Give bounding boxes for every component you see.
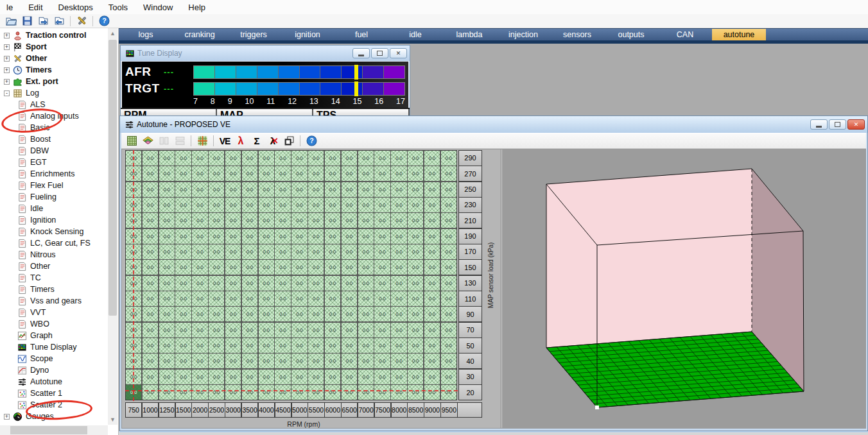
ve-cell[interactable]: 0.0	[325, 323, 340, 337]
ve-cell[interactable]: 0.0	[192, 244, 207, 259]
ve-cell[interactable]: 0.0	[259, 213, 274, 228]
ve-cell[interactable]: 0.0	[209, 151, 224, 166]
ve-cell[interactable]: 0.0	[291, 151, 307, 166]
save-config-button[interactable]	[52, 15, 66, 28]
ve-cell[interactable]: 0.0	[126, 166, 141, 181]
ve-cell[interactable]: 0.0	[342, 276, 357, 291]
ve-cell[interactable]: 0.0	[242, 354, 257, 368]
sidebar-item-lc-gear-cut-fs[interactable]: LC, Gear cut, FS	[0, 237, 108, 249]
ve-cell[interactable]: 0.0	[275, 385, 290, 400]
ve-cell[interactable]: 0.0	[391, 213, 406, 228]
ve-cell[interactable]: 0.0	[424, 276, 440, 291]
tab-idle[interactable]: idle	[388, 29, 442, 40]
menu-item-edit[interactable]: Edit	[28, 3, 42, 12]
ve-cell[interactable]: 0.0	[275, 166, 290, 181]
collapse-icon[interactable]: -	[4, 90, 10, 96]
ve-cell[interactable]: 0.0	[259, 276, 274, 291]
expand-icon[interactable]: +	[4, 79, 10, 85]
ve-cell[interactable]: 0.0	[126, 260, 141, 275]
sidebar-item-boost[interactable]: Boost	[0, 133, 108, 145]
lambda-button[interactable]: λ	[234, 134, 248, 148]
ve-cell[interactable]: 0.0	[259, 244, 274, 259]
ve-cell[interactable]: 0.0	[159, 166, 175, 181]
ve-cell[interactable]: 0.0	[391, 338, 406, 353]
ve-cell[interactable]: 0.0	[441, 354, 456, 368]
ve-cell[interactable]: 0.0	[441, 151, 456, 166]
menu-item-le[interactable]: le	[6, 3, 13, 12]
ve-cell[interactable]: 0.0	[358, 307, 374, 321]
sidebar-item-analog-inputs[interactable]: Analog inputs	[0, 110, 108, 122]
ve-cell[interactable]: 0.0	[192, 151, 207, 166]
ve-cell[interactable]: 0.0	[291, 338, 307, 353]
ve-cell[interactable]: 0.0	[408, 370, 423, 384]
ve-cell[interactable]: 0.0	[209, 244, 224, 259]
ve-cell[interactable]: 0.0	[408, 213, 423, 228]
ve-cell[interactable]: 0.0	[424, 213, 440, 228]
expand-icon[interactable]: +	[4, 44, 10, 50]
ve-cell[interactable]: 0.0	[374, 291, 390, 306]
sidebar-item-ext-port[interactable]: +Ext. port	[0, 76, 108, 87]
ve-cell[interactable]: 0.0	[358, 151, 374, 166]
ve-cell[interactable]: 0.0	[374, 276, 390, 291]
ve-cell[interactable]: 0.0	[342, 213, 357, 228]
ve-cell[interactable]: 0.0	[424, 370, 440, 384]
scrollbar-thumb[interactable]	[10, 426, 87, 434]
ve-cell[interactable]: 0.0	[259, 323, 274, 337]
ve-cell[interactable]: 0.0	[408, 151, 423, 166]
menu-item-desktops[interactable]: Desktops	[58, 3, 93, 12]
ve-cell[interactable]: 0.0	[291, 276, 307, 291]
ve-cell[interactable]: 0.0	[325, 291, 340, 306]
ve-cell[interactable]: 0.0	[126, 370, 141, 384]
ve-cell[interactable]: 0.0	[358, 276, 374, 291]
ve-cell[interactable]: 0.0	[408, 244, 423, 259]
ve-cell[interactable]: 0.0	[358, 244, 374, 259]
ve-cell[interactable]: 0.0	[358, 198, 374, 212]
ve-cell[interactable]: 0.0	[242, 260, 257, 275]
ve-cell[interactable]: 0.0	[374, 323, 390, 337]
ve-cell[interactable]: 0.0	[291, 370, 307, 384]
ve-cell[interactable]: 0.0	[308, 244, 324, 259]
ve-cell[interactable]: 0.0	[325, 260, 340, 275]
sidebar-item-enrichments[interactable]: Enrichments	[0, 168, 108, 180]
ve-cell[interactable]: 0.0	[275, 213, 290, 228]
ve-cell[interactable]: 0.0	[308, 338, 324, 353]
ve-cell[interactable]: 0.0	[275, 151, 290, 166]
sidebar-item-autotune[interactable]: Autotune	[0, 376, 108, 388]
menu-item-help[interactable]: Help	[188, 3, 205, 12]
ve-cell[interactable]: 0.0	[143, 307, 158, 321]
ve-cell[interactable]: 0.0	[143, 276, 158, 291]
ve-cell[interactable]: 0.0	[159, 291, 175, 306]
ve-cell[interactable]: 0.0	[126, 276, 141, 291]
ve-table-button[interactable]	[125, 134, 139, 148]
ve-cell[interactable]: 0.0	[209, 338, 224, 353]
tab-outputs[interactable]: outputs	[604, 29, 658, 40]
sidebar-item-log[interactable]: -Log	[0, 87, 108, 99]
ve-cell[interactable]: 0.0	[192, 307, 207, 321]
ve-cell[interactable]: 0.0	[358, 229, 374, 244]
sidebar-item-other[interactable]: Other	[0, 260, 108, 272]
ve-cell[interactable]: 0.0	[192, 213, 207, 228]
tab-logs[interactable]: logs	[119, 29, 173, 40]
ve-cell[interactable]: 0.0	[408, 291, 423, 306]
ve-cell[interactable]: 0.0	[225, 370, 241, 384]
ve-cell[interactable]: 0.0	[342, 354, 357, 368]
ve-cell[interactable]: 0.0	[342, 198, 357, 212]
ve-cell[interactable]: 0.0	[408, 338, 423, 353]
ve-cell-selected[interactable]: 0.0	[126, 385, 141, 400]
ve-cell[interactable]: 0.0	[275, 370, 290, 384]
close-button[interactable]: ✕	[847, 119, 865, 130]
tab-can[interactable]: CAN	[658, 29, 712, 40]
ve-cell[interactable]: 0.0	[126, 291, 141, 306]
ve-cell[interactable]: 0.0	[325, 338, 340, 353]
ve-cell[interactable]: 0.0	[441, 244, 456, 259]
ve-cell[interactable]: 0.0	[325, 198, 340, 212]
lambda-off-button[interactable]: λ	[266, 134, 280, 148]
ve-cell[interactable]: 0.0	[342, 229, 357, 244]
ve-cell[interactable]: 0.0	[159, 244, 175, 259]
ve-cell[interactable]: 0.0	[424, 307, 440, 321]
ve-cell[interactable]: 0.0	[143, 166, 158, 181]
tab-triggers[interactable]: triggers	[227, 29, 281, 40]
ve-cell[interactable]: 0.0	[159, 151, 175, 166]
ve-cell[interactable]: 0.0	[308, 166, 324, 181]
ve-cell[interactable]: 0.0	[143, 198, 158, 212]
